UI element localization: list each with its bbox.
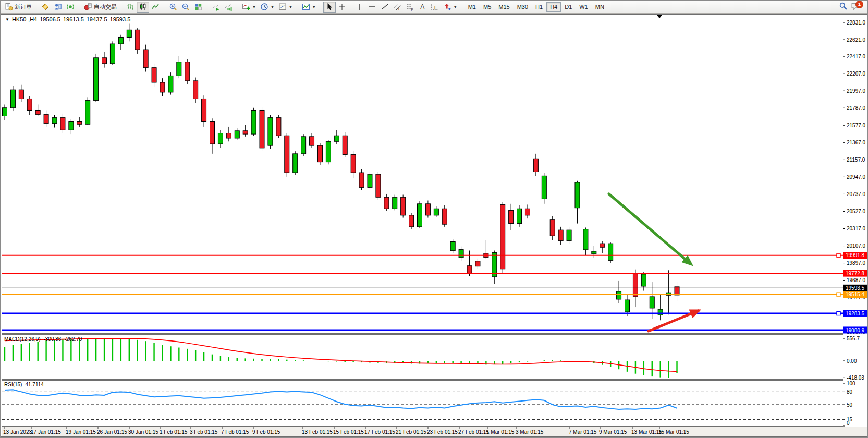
bear-candle-body xyxy=(384,197,389,209)
text-tool-button[interactable]: A xyxy=(416,2,429,13)
line-chart-mode-button[interactable] xyxy=(149,2,162,13)
horizontal-line-tool-button[interactable] xyxy=(366,2,378,13)
chart-shift-button[interactable] xyxy=(222,2,235,13)
chart-menu-triangle-icon[interactable]: ▼ xyxy=(5,17,9,22)
bear-candle-body xyxy=(351,154,356,173)
time-tick-label: 17 Feb 01:15 xyxy=(364,429,395,435)
autotrading-button[interactable]: 自动交易 xyxy=(82,2,119,13)
svg-text:E: E xyxy=(398,7,401,11)
time-tick-label: 13 Mar 01:15 xyxy=(631,429,662,435)
fibonacci-tool-button[interactable]: F xyxy=(404,2,416,13)
bear-candle-body xyxy=(276,118,281,136)
vertical-line-tool-button[interactable] xyxy=(353,2,366,13)
rsi-axis-label: 50 xyxy=(847,402,853,408)
time-tick-label: 19 Jan 01:15 xyxy=(66,429,96,435)
arrows-tool-button[interactable]: ▼ xyxy=(441,2,459,13)
line-handle[interactable] xyxy=(837,293,840,296)
bear-candle-body xyxy=(226,133,231,138)
price-level-badge-label: 19283.5 xyxy=(846,311,865,317)
timeframe-m5-button[interactable]: M5 xyxy=(480,2,495,12)
candle xyxy=(317,143,322,165)
candle xyxy=(326,140,331,164)
new-order-button[interactable]: 新订单 xyxy=(3,2,34,13)
candle xyxy=(401,195,406,218)
market-watch-button[interactable] xyxy=(39,2,52,13)
timeframe-m1-button[interactable]: M1 xyxy=(464,2,480,12)
navigator-button[interactable] xyxy=(64,2,77,13)
tile-windows-button[interactable] xyxy=(192,2,204,13)
bull-candle-body xyxy=(575,182,580,208)
timeframe-h1-button[interactable]: H1 xyxy=(532,2,546,12)
price-tick-label: 21997.0 xyxy=(847,88,866,94)
bull-candle-body xyxy=(85,101,90,125)
chart-symbol-period: HK50-,H4 xyxy=(12,16,37,22)
market-watch-icon xyxy=(41,3,50,11)
bear-candle-body xyxy=(500,204,505,269)
bear-candle-body xyxy=(525,209,530,215)
time-tick-label: 1 Feb 01:15 xyxy=(160,429,188,435)
bear-candle-body xyxy=(243,131,248,134)
bear-candle-body xyxy=(558,230,563,240)
candle xyxy=(343,132,347,157)
periods-icon xyxy=(260,3,268,11)
notifications-button[interactable]: 1 xyxy=(851,2,862,11)
line-handle[interactable] xyxy=(837,253,840,257)
toolbar-separator xyxy=(350,3,351,11)
time-tick-label: 3 Mar 01:15 xyxy=(516,429,544,435)
add-indicator-button[interactable]: ▼ xyxy=(240,2,258,13)
candle xyxy=(293,151,298,175)
candle xyxy=(85,97,90,125)
timeframe-m30-button[interactable]: M30 xyxy=(514,2,532,12)
bull-candle-body xyxy=(52,118,57,124)
bull-candle-body xyxy=(118,37,123,44)
price-tick-label: 20317.0 xyxy=(847,226,866,232)
templates-button[interactable]: ▼ xyxy=(276,2,295,13)
candle xyxy=(418,201,422,228)
new-order-button-label: 新订单 xyxy=(15,3,32,11)
bear-candle-body xyxy=(77,122,82,125)
price-tick-label: 22207.0 xyxy=(847,71,866,77)
timeframe-h4-button[interactable]: H4 xyxy=(546,2,561,12)
channel-tool-button[interactable]: E xyxy=(391,2,404,13)
macd-signal-value: -262.70 xyxy=(64,336,82,342)
candlestick-chart-icon xyxy=(139,3,147,11)
bear-candle-body xyxy=(633,273,638,297)
navigator-icon xyxy=(66,3,75,11)
candle xyxy=(202,95,206,127)
toolbar-separator xyxy=(237,3,238,11)
price-level-badge-label: 19080.9 xyxy=(846,327,865,333)
timeframe-m15-button[interactable]: M15 xyxy=(495,2,513,12)
macd-name: MACD(12,26,9) xyxy=(4,336,40,342)
zoom-in-icon xyxy=(169,3,177,11)
trendline-icon xyxy=(381,3,389,11)
auto-scroll-button[interactable] xyxy=(210,2,222,13)
equidistant-channel-icon: E xyxy=(393,3,401,11)
zoom-in-button[interactable] xyxy=(167,2,179,13)
dropdown-caret-icon: ▼ xyxy=(252,5,256,9)
price-tick-label: 19687.0 xyxy=(847,277,866,283)
macd-main-value: -300.86 xyxy=(43,336,61,342)
zoom-out-button[interactable] xyxy=(179,2,192,13)
line-handle[interactable] xyxy=(837,312,840,315)
cursor-tool-button[interactable] xyxy=(323,2,336,13)
periods-button[interactable]: ▼ xyxy=(258,2,276,13)
bull-candle-body xyxy=(434,209,438,215)
bear-candle-body xyxy=(310,137,314,145)
text-label-tool-button[interactable]: T xyxy=(429,2,441,13)
indicator-list-button[interactable]: ▼ xyxy=(300,2,318,13)
timeframe-mn-button[interactable]: MN xyxy=(592,2,608,12)
crosshair-tool-button[interactable] xyxy=(336,2,348,13)
candle xyxy=(260,107,264,151)
data-window-button[interactable] xyxy=(52,2,64,13)
bear-candle-body xyxy=(27,99,32,110)
trendline-tool-button[interactable] xyxy=(378,2,391,13)
bear-candle-body xyxy=(550,220,555,236)
time-tick-label: 7 Mar 01:15 xyxy=(569,429,597,435)
time-tick-label: 13 Feb 01:15 xyxy=(302,429,333,435)
search-icon[interactable] xyxy=(839,2,848,13)
bar-chart-mode-button[interactable] xyxy=(124,2,137,13)
timeframe-w1-button[interactable]: W1 xyxy=(576,2,592,12)
candlestick-mode-button[interactable] xyxy=(137,2,149,13)
price-tick-label: 22621.0 xyxy=(847,37,866,43)
timeframe-d1-button[interactable]: D1 xyxy=(561,2,576,12)
